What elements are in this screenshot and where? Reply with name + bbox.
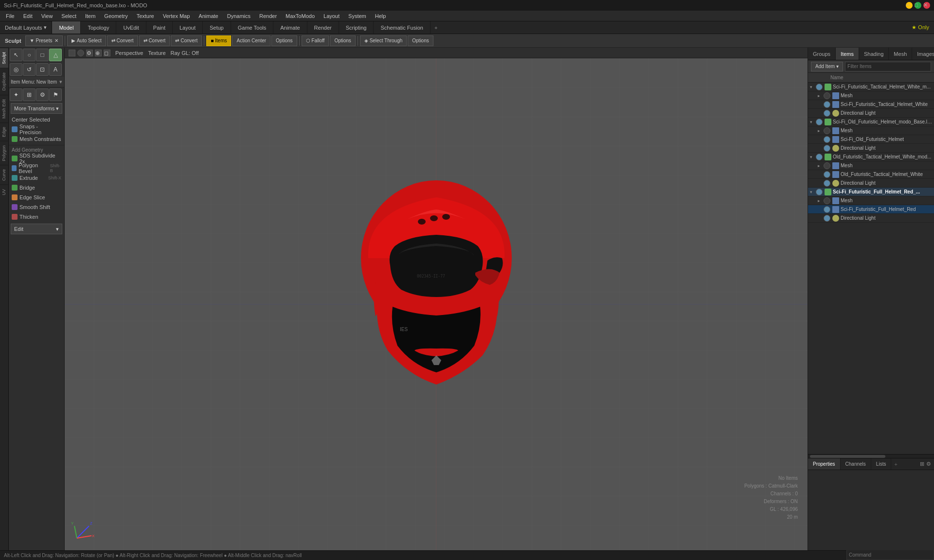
thicken-button[interactable]: Thicken: [9, 212, 64, 222]
tree-item-mesh3[interactable]: ▸ Mesh: [808, 161, 934, 170]
more-transforms-button[interactable]: More Transforms ▾: [11, 103, 62, 114]
default-layouts-button[interactable]: Default Layouts ▾: [0, 21, 52, 34]
item-menu-arrow[interactable]: ▾: [59, 79, 62, 85]
tool-icon-cube[interactable]: □: [36, 49, 49, 61]
maximize-button[interactable]: □: [915, 2, 921, 9]
tree-vis-4[interactable]: [816, 189, 823, 195]
tree-item-mesh2[interactable]: ▸ Mesh: [808, 126, 934, 135]
extrude-button[interactable]: Extrude Shift-X: [9, 173, 64, 183]
sds-subdivide-button[interactable]: SDS Subdivide 2x: [9, 154, 64, 163]
tree-vis-3b[interactable]: [824, 171, 830, 178]
tool-icon-scale[interactable]: ⊡: [36, 63, 49, 76]
minimize-button[interactable]: ─: [906, 2, 913, 9]
options-button-3[interactable]: Options: [408, 35, 433, 46]
tree-vis-1[interactable]: [816, 84, 823, 90]
menu-item[interactable]: Item: [81, 12, 99, 20]
right-tab-shading[interactable]: Shading: [859, 48, 889, 60]
tab-star-only[interactable]: ★ Only: [907, 21, 934, 34]
tree-vis-2b[interactable]: [824, 136, 830, 143]
tab-animate[interactable]: Animate: [273, 21, 307, 34]
tree-item-light2[interactable]: Directional Light: [808, 144, 934, 153]
tree-item-group1[interactable]: ▾ Sci-Fi_Futuristic_Tactical_Helmet_Whit…: [808, 83, 934, 91]
right-tab-mesh[interactable]: Mesh: [889, 48, 912, 60]
viewport-canvas[interactable]: 002345-II-77 IES: [65, 58, 808, 550]
tree-item-helmet4[interactable]: Sci-Fi_Futuristic_Full_Helmet_Red: [808, 205, 934, 214]
tool-icon-move[interactable]: ✦: [10, 88, 22, 101]
menu-geometry[interactable]: Geometry: [100, 12, 131, 20]
menu-file[interactable]: File: [2, 12, 18, 20]
viewport-icon-5[interactable]: ◻: [104, 50, 110, 56]
right-tab-items[interactable]: Items: [836, 48, 859, 60]
tool-icon-ring[interactable]: ◎: [10, 63, 22, 76]
tree-item-helmet2[interactable]: Sci-Fi_Old_Futuristic_Helmet: [808, 135, 934, 144]
menu-maxtomodo[interactable]: MaxToModo: [282, 12, 319, 20]
tab-model[interactable]: Model: [52, 21, 81, 34]
menu-texture[interactable]: Texture: [133, 12, 158, 20]
menu-view[interactable]: View: [37, 12, 57, 20]
tree-item-group3[interactable]: ▾ Old_Futuristic_Tactical_Helmet_White_m…: [808, 153, 934, 161]
tree-item-group2[interactable]: ▾ Sci-Fi_Old_Futuristic_Helmet_modo_Base…: [808, 118, 934, 126]
menu-system[interactable]: System: [344, 12, 370, 20]
convert-button-1[interactable]: ⇄ Convert: [107, 35, 138, 46]
polygon-bevel-button[interactable]: Polygon Bevel Shift-B: [9, 163, 64, 173]
tree-vis-1c[interactable]: [824, 110, 830, 117]
bridge-button[interactable]: Bridge: [9, 183, 64, 192]
viewport-icon-1[interactable]: [69, 50, 75, 56]
rb-settings-icon[interactable]: ⚙: [926, 461, 931, 467]
select-through-button[interactable]: ◈ Select Through: [360, 35, 407, 46]
tab-scripting[interactable]: Scripting: [339, 21, 374, 34]
menu-render[interactable]: Render: [255, 12, 281, 20]
tool-icon-flag[interactable]: ⚑: [49, 88, 62, 101]
rb-tab-add[interactable]: +: [891, 458, 900, 470]
items-button[interactable]: ■ Items: [206, 35, 231, 46]
side-tab-curve[interactable]: Curve: [0, 165, 8, 185]
tree-item-light1[interactable]: Directional Light: [808, 109, 934, 118]
tab-paint[interactable]: Paint: [146, 21, 173, 34]
viewport-icon-4[interactable]: ⊕: [95, 50, 102, 56]
rb-tab-channels[interactable]: Channels: [841, 458, 871, 470]
menu-animate[interactable]: Animate: [195, 12, 222, 20]
menu-edit[interactable]: Edit: [19, 12, 36, 20]
tree-vis-1b[interactable]: [824, 101, 830, 108]
options-button-1[interactable]: Options: [271, 35, 297, 46]
close-button[interactable]: ✕: [923, 2, 930, 9]
tool-icon-circle[interactable]: ○: [23, 49, 36, 61]
filter-items-input[interactable]: [845, 62, 931, 71]
tree-vis-4c[interactable]: [824, 215, 830, 222]
side-tab-polygon[interactable]: Polygon: [0, 141, 8, 165]
tool-icon-grid[interactable]: ⊞: [23, 88, 36, 101]
tree-item-mesh4[interactable]: ▸ Mesh: [808, 196, 934, 205]
right-tab-images[interactable]: Images: [912, 48, 934, 60]
mesh-constraints-button[interactable]: Mesh Constraints: [9, 134, 64, 144]
menu-select[interactable]: Select: [57, 12, 80, 20]
tab-render[interactable]: Render: [307, 21, 339, 34]
convert-button-2[interactable]: ⇄ Convert: [139, 35, 170, 46]
tab-uvedit[interactable]: UvEdit: [116, 21, 146, 34]
presets-button[interactable]: ▼ Presets ✕: [25, 35, 63, 46]
tree-vis-3[interactable]: [816, 154, 823, 160]
tree-item-group4[interactable]: ▾ Sci-Fi_Futuristic_Full_Helmet_Red_...: [808, 188, 934, 196]
tree-vis-2a[interactable]: [824, 127, 830, 134]
side-tab-sculpt[interactable]: Sculpt: [0, 48, 8, 68]
command-input[interactable]: [846, 550, 934, 560]
tree-item-light4[interactable]: Directional Light: [808, 214, 934, 223]
right-tab-groups[interactable]: Groups: [808, 48, 836, 60]
tree-vis-1a[interactable]: [824, 92, 830, 99]
rb-tab-properties[interactable]: Properties: [808, 458, 841, 470]
autoselect-button[interactable]: ▶ Auto Select: [67, 35, 106, 46]
tree-item-helmet3[interactable]: Old_Futuristic_Tactical_Helmet_White: [808, 170, 934, 179]
action-center-button[interactable]: Action Center: [232, 35, 270, 46]
tree-vis-3c[interactable]: [824, 180, 830, 187]
tree-vis-3a[interactable]: [824, 162, 830, 169]
side-tab-uv[interactable]: UV: [0, 185, 8, 199]
tool-icon-triangle[interactable]: △: [49, 49, 62, 61]
tool-icon-wrench[interactable]: ⚙: [36, 88, 49, 101]
add-item-button[interactable]: Add Item ▾: [811, 62, 843, 71]
rb-tab-lists[interactable]: Lists: [871, 458, 892, 470]
tree-vis-2c[interactable]: [824, 145, 830, 152]
tree-item-helmet1[interactable]: Sci-Fi_Futuristic_Tactical_Helmet_White: [808, 100, 934, 109]
tree-scrollbar[interactable]: [808, 454, 934, 458]
tab-setup[interactable]: Setup: [203, 21, 231, 34]
falloff-button[interactable]: ⬡ Falloff: [302, 35, 329, 46]
tool-icon-text[interactable]: A: [49, 63, 62, 76]
